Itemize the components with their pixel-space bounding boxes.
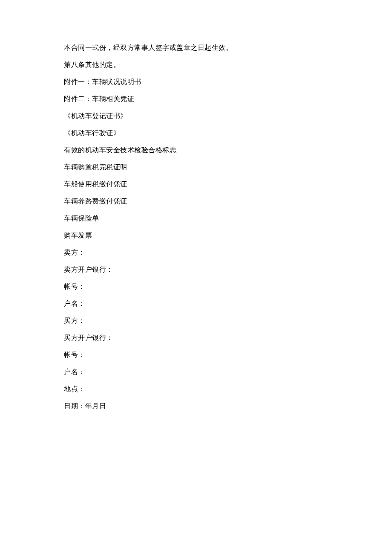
driving-license-line: 《机动车行驶证》: [64, 130, 328, 137]
contract-copies-line: 本合同一式份，经双方常事人签字或盖章之日起生效。: [64, 44, 328, 51]
buyer-account-line: 帐号：: [64, 352, 328, 358]
road-fee-line: 车辆养路费缴付凭证: [64, 198, 328, 205]
attachment-1-line: 附件一：车辆状况说明书: [64, 78, 328, 85]
buyer-account-name-line: 户名：: [64, 369, 328, 375]
safety-inspection-line: 有效的机动车安全技术检验合格标志: [64, 147, 328, 154]
attachment-2-line: 附件二：车辆相关凭证: [64, 96, 328, 102]
insurance-line: 车辆保险单: [64, 215, 328, 222]
vessel-tax-line: 车船使用税缴付凭证: [64, 181, 328, 188]
seller-account-name-line: 户名：: [64, 300, 328, 307]
buyer-bank-line: 买方开户银行：: [64, 334, 328, 341]
buyer-line: 买方：: [64, 317, 328, 324]
registration-cert-line: 《机动车登记证书》: [64, 113, 328, 119]
date-line: 日期：年月日: [64, 403, 328, 410]
location-line: 地点：: [64, 386, 328, 392]
seller-account-line: 帐号：: [64, 283, 328, 290]
purchase-tax-line: 车辆购置税完税证明: [64, 164, 328, 171]
purchase-invoice-line: 购车发票: [64, 232, 328, 239]
article-8-line: 第八条其他的定。: [64, 61, 328, 68]
seller-line: 卖方：: [64, 249, 328, 256]
seller-bank-line: 卖方开户银行：: [64, 266, 328, 273]
document-page: 本合同一式份，经双方常事人签字或盖章之日起生效。 第八条其他的定。 附件一：车辆…: [0, 0, 392, 410]
